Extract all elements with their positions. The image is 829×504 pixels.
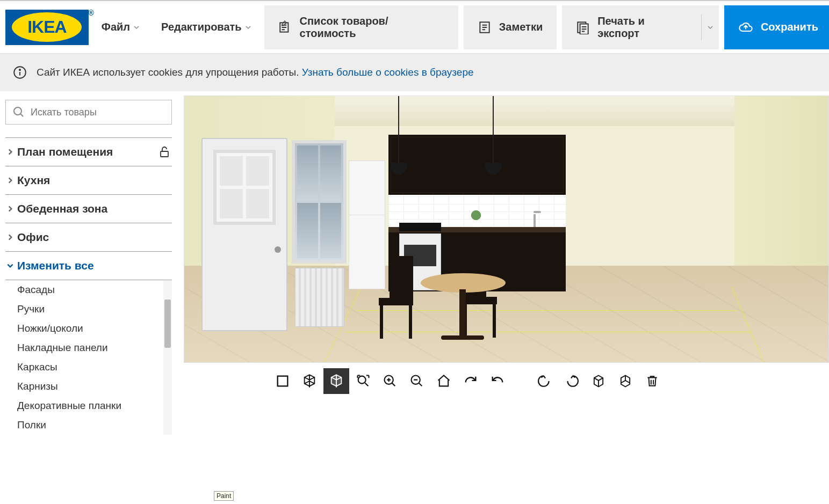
rotate-right-button[interactable]	[559, 368, 585, 394]
zoom-out-icon	[409, 374, 424, 389]
sub-item[interactable]: Каркасы	[5, 357, 160, 377]
sidebar-section-floorplan[interactable]: План помещения	[5, 137, 172, 166]
search-icon	[12, 106, 25, 119]
scene-table-base	[441, 335, 484, 340]
scene-window	[292, 140, 347, 264]
svg-point-5	[19, 69, 20, 70]
print-export-button[interactable]: Печать и экспорт	[562, 5, 719, 49]
paint-tooltip: Paint	[214, 491, 234, 501]
sub-item[interactable]: Фасады	[5, 280, 160, 300]
logo-registered: ®	[89, 9, 94, 17]
top-toolbar: IKEA ® Файл Редактировать Список товаров…	[0, 0, 829, 54]
3d-viewport[interactable]	[184, 96, 829, 363]
scroll-thumb[interactable]	[164, 300, 171, 348]
svg-point-6	[14, 107, 21, 115]
menu-file[interactable]: Файл	[93, 17, 148, 38]
sidebar-label: Обеденная зона	[17, 202, 171, 215]
redo-button[interactable]	[458, 368, 484, 394]
cloud-save-icon	[738, 20, 753, 35]
svg-rect-12	[278, 376, 288, 386]
view-3d-solid-button[interactable]	[323, 368, 349, 394]
cube-wire-icon	[302, 374, 317, 389]
notes-icon	[478, 20, 492, 34]
box-front-icon	[591, 374, 606, 389]
square-icon	[275, 374, 290, 389]
home-view-button[interactable]	[431, 368, 457, 394]
cookie-banner: Сайт ИКЕА использует cookies для упрощен…	[0, 54, 829, 91]
scene-pendant-lamp	[398, 96, 399, 171]
cookie-link[interactable]: Узнать больше о cookies в браузере	[302, 67, 474, 78]
box-side-button[interactable]	[612, 368, 638, 394]
svg-point-13	[358, 376, 366, 384]
cookie-text: Сайт ИКЕА использует cookies для упрощен…	[37, 67, 302, 78]
product-list-button[interactable]: Список товаров/стоимость	[264, 5, 458, 49]
scene-cooktop	[399, 223, 441, 231]
scene-table-leg	[459, 289, 466, 339]
delete-button[interactable]	[639, 368, 665, 394]
chevron-down-icon	[133, 24, 140, 31]
sidebar-label: План помещения	[17, 145, 155, 158]
save-button[interactable]: Сохранить	[724, 5, 829, 49]
info-icon	[13, 65, 27, 79]
sub-item[interactable]: Ручки	[5, 300, 160, 319]
scene-plant	[469, 203, 483, 227]
scene-faucet	[534, 214, 536, 227]
scene-upper-cabinets	[388, 135, 566, 195]
view-3d-wire-button[interactable]	[297, 368, 322, 394]
document-icon	[576, 20, 590, 34]
box-front-button[interactable]	[586, 368, 611, 394]
sub-item[interactable]: Декоративные планки	[5, 396, 160, 415]
zoom-in-icon	[383, 374, 398, 389]
menu-edit[interactable]: Редактировать	[153, 17, 260, 38]
chevron-right-icon	[6, 177, 14, 184]
view-toolbar	[184, 363, 829, 394]
trash-icon	[645, 374, 659, 389]
unlock-icon	[158, 145, 171, 158]
save-label: Сохранить	[761, 21, 818, 33]
sidebar: План помещения Кухня Обеденная зона Офис…	[0, 91, 177, 435]
sidebar-label: Офис	[17, 231, 171, 244]
sub-item[interactable]: Полки	[5, 415, 160, 435]
sidebar-section-change-all[interactable]: Изменить все	[5, 252, 172, 280]
scene-chair	[459, 255, 502, 341]
print-export-dropdown[interactable]	[701, 14, 719, 40]
ikea-logo[interactable]: IKEA ®	[5, 10, 89, 45]
box-side-icon	[618, 374, 633, 389]
sidebar-section-dining[interactable]: Обеденная зона	[5, 195, 172, 223]
zoom-fit-button[interactable]	[350, 368, 376, 394]
zoom-out-button[interactable]	[404, 368, 430, 394]
home-icon	[436, 374, 451, 389]
sub-item[interactable]: Ножки/цоколи	[5, 319, 160, 338]
chevron-down-icon	[707, 24, 713, 31]
chevron-down-icon	[6, 262, 14, 269]
scene-radiator	[295, 268, 344, 327]
zoom-in-button[interactable]	[377, 368, 403, 394]
redo-arrow-icon	[463, 374, 479, 389]
rotate-left-button[interactable]	[532, 368, 558, 394]
cube-solid-icon	[329, 374, 344, 389]
sub-item[interactable]: Накладные панели	[5, 338, 160, 357]
undo-button[interactable]	[485, 368, 510, 394]
sidebar-label: Кухня	[17, 174, 171, 187]
zoom-fit-icon	[356, 374, 371, 389]
menu-edit-label: Редактировать	[161, 21, 242, 33]
scene-pendant-lamp	[493, 96, 494, 171]
chevron-right-icon	[6, 205, 14, 213]
sidebar-section-kitchen[interactable]: Кухня	[5, 166, 172, 195]
logo-text: IKEA	[27, 17, 66, 37]
notes-button[interactable]: Заметки	[464, 5, 557, 49]
sidebar-section-office[interactable]: Офис	[5, 223, 172, 252]
search-input[interactable]	[31, 107, 165, 118]
lock-toggle[interactable]	[158, 145, 171, 158]
view-2d-button[interactable]	[270, 368, 295, 394]
notes-label: Заметки	[499, 21, 543, 33]
sidebar-scrollbar[interactable]	[163, 280, 172, 435]
chevron-right-icon	[6, 233, 14, 241]
svg-rect-7	[161, 151, 168, 157]
search-box[interactable]	[5, 100, 172, 125]
menu-file-label: Файл	[102, 21, 130, 33]
sub-item[interactable]: Карнизы	[5, 377, 160, 396]
chevron-right-icon	[6, 148, 14, 156]
chevron-down-icon	[245, 24, 251, 31]
scene-door	[201, 138, 287, 331]
